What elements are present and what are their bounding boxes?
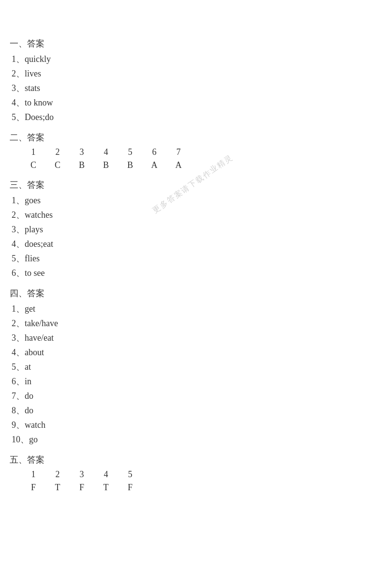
list-item: 3、plays bbox=[10, 224, 377, 235]
section-header-section2: 二、答案 bbox=[10, 132, 377, 143]
list-item: 4、does;eat bbox=[10, 238, 377, 250]
table-cell-num: 5 bbox=[118, 147, 142, 157]
table-cell-value: F bbox=[70, 482, 94, 493]
table-cell-value: C bbox=[21, 160, 45, 170]
table-row-values: CCBBBAA bbox=[10, 160, 377, 170]
table-cell-num: 6 bbox=[142, 147, 166, 157]
list-item: 10、go bbox=[10, 434, 377, 445]
list-item: 3、stats bbox=[10, 82, 377, 94]
table-cell-value: C bbox=[45, 160, 70, 170]
table-cell-value: T bbox=[45, 482, 70, 493]
list-item: 5、at bbox=[10, 361, 377, 373]
table-row-numbers: 12345 bbox=[10, 469, 377, 480]
table-cell-value: T bbox=[94, 482, 118, 493]
table-cell-value: F bbox=[118, 482, 142, 493]
table-cell-value: B bbox=[94, 160, 118, 170]
table-cell-value: F bbox=[21, 482, 45, 493]
section-header-section3: 三、答案 bbox=[10, 179, 377, 191]
list-item: 4、to know bbox=[10, 97, 377, 108]
list-item: 5、flies bbox=[10, 253, 377, 264]
table-cell-num: 4 bbox=[94, 147, 118, 157]
list-item: 1、goes bbox=[10, 195, 377, 206]
list-item: 7、do bbox=[10, 390, 377, 402]
section-header-section4: 四、答案 bbox=[10, 287, 377, 299]
list-item: 6、in bbox=[10, 376, 377, 387]
table-cell-value: B bbox=[70, 160, 94, 170]
list-item: 2、lives bbox=[10, 68, 377, 79]
list-item: 3、have/eat bbox=[10, 332, 377, 344]
list-item: 2、watches bbox=[10, 209, 377, 221]
table-cell-value: A bbox=[142, 160, 166, 170]
table-cell-num: 3 bbox=[70, 469, 94, 480]
table-cell-num: 4 bbox=[94, 469, 118, 480]
table-cell-value: B bbox=[118, 160, 142, 170]
list-item: 1、quickly bbox=[10, 53, 377, 65]
section-header-section5: 五、答案 bbox=[10, 454, 377, 466]
list-item: 5、Does;do bbox=[10, 111, 377, 123]
list-item: 2、take/have bbox=[10, 317, 377, 329]
table-cell-num: 1 bbox=[21, 147, 45, 157]
table-row-numbers: 1234567 bbox=[10, 147, 377, 157]
table-cell-num: 1 bbox=[21, 469, 45, 480]
table-cell-num: 2 bbox=[45, 469, 70, 480]
table-cell-num: 3 bbox=[70, 147, 94, 157]
section-header-section1: 一、答案 bbox=[10, 38, 377, 49]
table-cell-value: A bbox=[166, 160, 191, 170]
list-item: 9、watch bbox=[10, 419, 377, 431]
list-item: 4、about bbox=[10, 347, 377, 358]
table-cell-num: 5 bbox=[118, 469, 142, 480]
table-row-values: FTFTF bbox=[10, 482, 377, 493]
list-item: 8、do bbox=[10, 405, 377, 416]
list-item: 1、get bbox=[10, 303, 377, 315]
table-cell-num: 2 bbox=[45, 147, 70, 157]
list-item: 6、to see bbox=[10, 267, 377, 279]
table-cell-num: 7 bbox=[166, 147, 191, 157]
